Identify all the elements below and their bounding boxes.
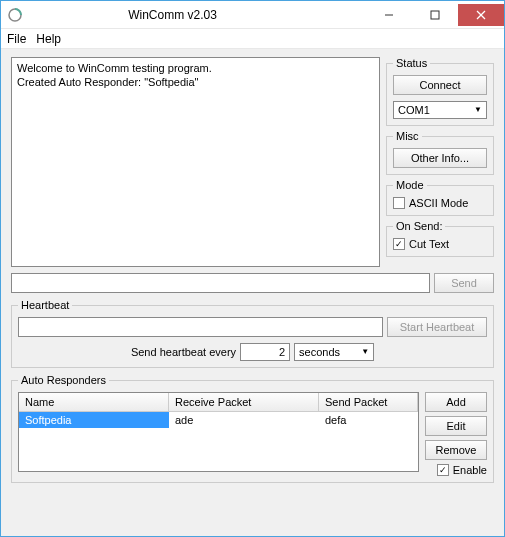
log-textarea[interactable]: Welcome to WinComm testing program. Crea… [11, 57, 380, 267]
connect-button[interactable]: Connect [393, 75, 487, 95]
remove-button[interactable]: Remove [425, 440, 487, 460]
send-button[interactable]: Send [434, 273, 494, 293]
responders-table[interactable]: Name Receive Packet Send Packet Softpedi… [18, 392, 419, 472]
menu-file[interactable]: File [7, 32, 26, 46]
table-row[interactable]: Softpedia ade defa [19, 412, 418, 428]
heartbeat-label: Send heartbeat every [131, 346, 236, 358]
send-input[interactable] [11, 273, 430, 293]
minimize-button[interactable] [366, 4, 412, 26]
col-receive-header[interactable]: Receive Packet [169, 393, 319, 411]
other-info-button[interactable]: Other Info... [393, 148, 487, 168]
close-button[interactable] [458, 4, 504, 26]
top-row: Welcome to WinComm testing program. Crea… [11, 57, 494, 267]
enable-checkbox[interactable]: ✓ [437, 464, 449, 476]
heartbeat-input[interactable] [18, 317, 383, 337]
menu-help[interactable]: Help [36, 32, 61, 46]
titlebar: WinComm v2.03 [1, 1, 504, 29]
maximize-button[interactable] [412, 4, 458, 26]
svg-rect-2 [431, 11, 439, 19]
status-legend: Status [393, 57, 430, 69]
log-line: Created Auto Responder: "Softpedia" [17, 75, 374, 89]
com-port-value: COM1 [398, 104, 430, 116]
auto-responders-legend: Auto Responders [18, 374, 109, 386]
misc-legend: Misc [393, 130, 422, 142]
log-line: Welcome to WinComm testing program. [17, 61, 374, 75]
minimize-icon [384, 10, 394, 20]
maximize-icon [430, 10, 440, 20]
cut-text-checkbox[interactable]: ✓ [393, 238, 405, 250]
col-send-header[interactable]: Send Packet [319, 393, 418, 411]
heartbeat-unit-value: seconds [299, 346, 340, 358]
heartbeat-legend: Heartbeat [18, 299, 72, 311]
mode-legend: Mode [393, 179, 427, 191]
send-row: Send [11, 273, 494, 293]
heartbeat-unit-select[interactable]: seconds [294, 343, 374, 361]
mode-group: Mode ASCII Mode [386, 179, 494, 216]
col-name-header[interactable]: Name [19, 393, 169, 411]
app-icon [7, 7, 23, 23]
ascii-mode-checkbox[interactable] [393, 197, 405, 209]
content-area: Welcome to WinComm testing program. Crea… [1, 49, 504, 536]
auto-responders-group: Auto Responders Name Receive Packet Send… [11, 374, 494, 483]
on-send-legend: On Send: [393, 220, 445, 232]
table-header: Name Receive Packet Send Packet [19, 393, 418, 412]
status-group: Status Connect COM1 [386, 57, 494, 126]
enable-label: Enable [453, 464, 487, 476]
misc-group: Misc Other Info... [386, 130, 494, 175]
menubar: File Help [1, 29, 504, 49]
cut-text-label: Cut Text [409, 238, 449, 250]
close-icon [476, 10, 486, 20]
app-window: WinComm v2.03 File Help Welcome to WinCo… [0, 0, 505, 537]
add-button[interactable]: Add [425, 392, 487, 412]
heartbeat-group: Heartbeat Start Heartbeat Send heartbeat… [11, 299, 494, 368]
ascii-mode-label: ASCII Mode [409, 197, 468, 209]
on-send-group: On Send: ✓ Cut Text [386, 220, 494, 257]
com-port-select[interactable]: COM1 [393, 101, 487, 119]
edit-button[interactable]: Edit [425, 416, 487, 436]
start-heartbeat-button[interactable]: Start Heartbeat [387, 317, 487, 337]
heartbeat-interval-input[interactable] [240, 343, 290, 361]
cell-send: defa [319, 412, 418, 428]
window-title: WinComm v2.03 [29, 8, 366, 22]
cell-receive: ade [169, 412, 319, 428]
side-panels: Status Connect COM1 Misc Other Info... M… [386, 57, 494, 267]
responder-buttons: Add Edit Remove ✓ Enable [425, 392, 487, 476]
cell-name: Softpedia [19, 412, 169, 428]
